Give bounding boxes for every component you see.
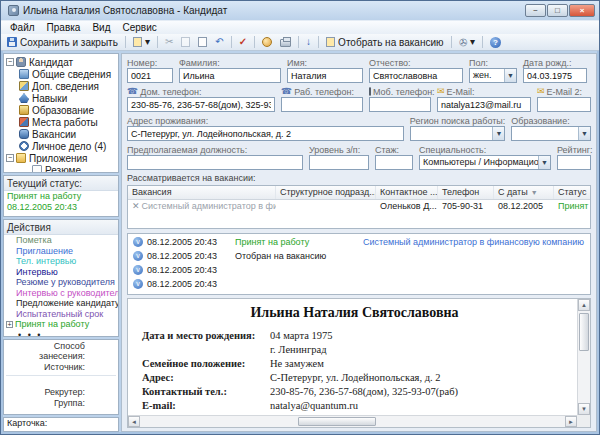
app-icon <box>8 5 19 16</box>
history-row[interactable]: v 08.12.2005 20:43 <box>128 263 590 277</box>
attachments-folder-icon <box>16 153 26 163</box>
export-button[interactable]: ▾ <box>130 36 153 48</box>
menu-service[interactable]: Сервис <box>117 22 161 33</box>
number-field[interactable] <box>127 68 173 83</box>
firstname-field[interactable] <box>287 68 363 83</box>
col-phone[interactable]: Телефон <box>438 186 494 199</box>
chevron-down-icon[interactable]: ▼ <box>492 127 504 140</box>
scroll-left-button[interactable]: ◄ <box>128 416 140 427</box>
experience-field[interactable] <box>375 155 413 170</box>
tree-item-skills[interactable]: Навыки <box>6 92 118 104</box>
menu-file[interactable]: Файл <box>5 22 40 33</box>
col-status[interactable]: Статус <box>554 186 590 199</box>
chevron-down-icon[interactable]: ▼ <box>504 69 516 82</box>
action-offer[interactable]: Предложение кандидату <box>4 298 118 309</box>
work-phone-field[interactable] <box>281 97 363 112</box>
chevron-down-icon[interactable]: ▼ <box>578 127 590 140</box>
help-button[interactable]: ? <box>487 36 504 49</box>
history-row[interactable]: v 08.12.2005 20:43 Принят на работу Сист… <box>128 235 590 249</box>
gender-select[interactable]: жен.▼ <box>469 68 517 83</box>
spellcheck-button[interactable]: ✓ <box>236 36 250 48</box>
action-interview[interactable]: Интервью <box>4 267 118 278</box>
lookup-button[interactable] <box>259 36 275 48</box>
tree-item-resume[interactable]: Резюме <box>6 164 118 173</box>
rating-field[interactable] <box>557 155 591 170</box>
expand-icon[interactable]: + <box>6 321 13 328</box>
tree-item-education[interactable]: Образование <box>6 104 118 116</box>
minimize-button[interactable]: − <box>525 4 546 17</box>
scrollbar-thumb[interactable] <box>579 313 589 351</box>
maximize-button[interactable]: □ <box>547 4 568 17</box>
print-button[interactable] <box>277 36 294 48</box>
history-row[interactable]: v 08.12.2005 20:43 Отобран на вакансию <box>128 249 590 263</box>
undo-button[interactable]: ↶ <box>212 36 226 48</box>
collapse-icon[interactable]: − <box>6 58 14 66</box>
close-button[interactable]: × <box>569 4 595 17</box>
history-chevron-icon[interactable]: v <box>133 251 143 261</box>
history-chevron-icon[interactable]: v <box>133 279 143 289</box>
position-field[interactable] <box>127 155 303 170</box>
scrollbar-thumb[interactable] <box>298 417 376 426</box>
col-date[interactable]: С даты▼ <box>494 186 554 199</box>
specialty-select[interactable]: Компьютеры / Информационные технологии »… <box>419 155 551 170</box>
tree-item-workplaces[interactable]: Места работы <box>6 116 118 128</box>
export-dropdown-icon[interactable]: ▾ <box>145 37 150 47</box>
salary-field[interactable] <box>309 155 369 170</box>
action-invitation[interactable]: Приглашение <box>4 246 118 257</box>
attachment-button[interactable]: ✇ ▾ <box>456 36 478 49</box>
mobile-phone-field[interactable] <box>369 97 431 112</box>
region-select[interactable]: ▼ <box>410 126 506 141</box>
scroll-up-button[interactable]: ▲ <box>578 299 590 311</box>
lastname-field[interactable] <box>179 68 281 83</box>
col-vacancy[interactable]: Вакансия <box>128 186 276 199</box>
tree-item-attachments[interactable]: − Приложения <box>6 152 118 164</box>
more-actions[interactable]: • • • <box>4 330 118 338</box>
email-field[interactable] <box>437 97 531 112</box>
tree-root-candidate[interactable]: − Кандидат <box>6 56 118 68</box>
home-phone-field[interactable] <box>127 97 275 112</box>
menu-edit[interactable]: Правка <box>42 22 86 33</box>
action-mark[interactable]: Пометка <box>4 235 118 246</box>
col-department[interactable]: Структурное подразд... <box>276 186 376 199</box>
tree-item-personal-file[interactable]: Личное дело (4) <box>6 140 118 152</box>
address-field[interactable] <box>127 126 404 141</box>
birthdate-field[interactable] <box>523 68 587 83</box>
menu-bar: Файл Правка Вид Сервис <box>1 20 599 34</box>
tree-item-vacancies[interactable]: Вакансии <box>6 128 118 140</box>
scroll-right-button[interactable]: ► <box>565 416 577 427</box>
reject-x-icon: ✕ <box>132 201 140 211</box>
action-probation[interactable]: Испытательный срок <box>4 309 118 320</box>
copy-button[interactable] <box>178 36 193 48</box>
sort-desc-icon: ▼ <box>531 189 538 196</box>
title-bar: Ильина Наталия Святославовна - Кандидат … <box>1 1 599 20</box>
email2-field[interactable] <box>537 97 591 112</box>
horizontal-scrollbar[interactable]: ◄ ► <box>128 415 577 427</box>
vacancy-link[interactable]: Системный администратор в финансовую ком… <box>363 237 584 247</box>
home-phone-icon: ☎ <box>127 87 138 96</box>
history-chevron-icon[interactable]: v <box>133 237 143 247</box>
education-select[interactable]: ▼ <box>511 126 591 141</box>
cut-button[interactable]: ✂ <box>162 36 176 48</box>
save-close-button[interactable]: Сохранить и закрыть <box>4 36 121 49</box>
collapse-icon[interactable]: − <box>6 154 14 162</box>
tree-item-additional[interactable]: Доп. сведения <box>6 80 118 92</box>
vertical-scrollbar[interactable]: ▲ ▼ <box>577 299 590 415</box>
attachment-dropdown-icon[interactable]: ▾ <box>470 37 475 47</box>
middlename-field[interactable] <box>369 68 463 83</box>
select-vacancy-button[interactable]: Отобрать на вакансию <box>323 36 446 49</box>
col-contact[interactable]: Контактное ... <box>376 186 438 199</box>
tree-item-general[interactable]: Общие сведения <box>6 68 118 80</box>
menu-view[interactable]: Вид <box>87 22 115 33</box>
action-resume-to-manager[interactable]: Резюме у руководителя <box>4 277 118 288</box>
table-row[interactable]: ✕Системный администратор в финанс... Оле… <box>128 200 590 214</box>
action-hired[interactable]: + Принят на работу <box>4 319 118 330</box>
download-button[interactable]: ↓ <box>303 36 314 48</box>
action-phone-interview[interactable]: Тел. интервью <box>4 256 118 267</box>
paste-button[interactable] <box>195 36 210 48</box>
action-manager-interview[interactable]: Интервью с руководителем <box>4 288 118 299</box>
scroll-down-button[interactable]: ▼ <box>578 403 590 415</box>
history-chevron-icon[interactable]: v <box>133 265 143 275</box>
history-row[interactable]: v 08.12.2005 20:43 <box>128 277 590 291</box>
chevron-down-icon[interactable]: ▼ <box>538 156 550 169</box>
workplaces-icon <box>19 117 29 127</box>
